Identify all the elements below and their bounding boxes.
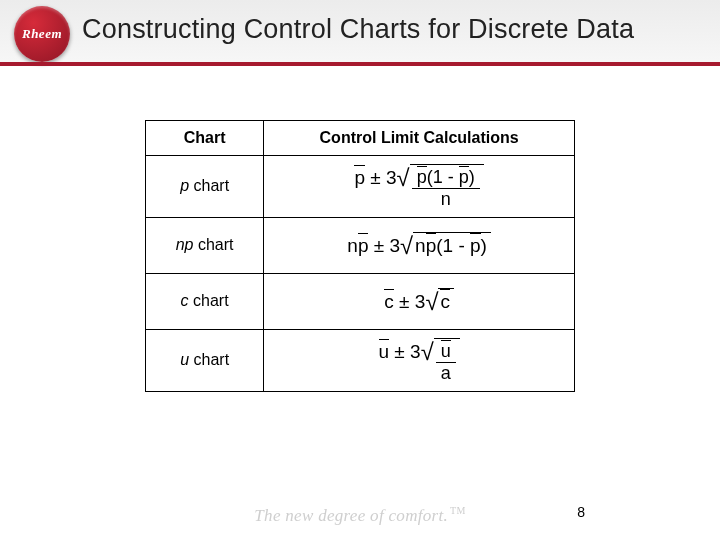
- tagline-text: The new degree of comfort.: [254, 506, 448, 525]
- text: (1 -: [436, 235, 470, 256]
- pbar: p: [354, 165, 365, 189]
- pbar: p: [470, 233, 481, 257]
- cbar: c: [384, 289, 394, 313]
- chart-name-plain: chart: [194, 236, 234, 253]
- pbar: p: [358, 233, 369, 257]
- chart-name-italic: np: [176, 236, 194, 253]
- pbar: p: [417, 166, 427, 187]
- fraction: ua: [436, 340, 456, 383]
- radicand: ua: [434, 338, 460, 383]
- fraction: p(1 - p)n: [412, 166, 480, 209]
- chart-name-np: np chart: [146, 217, 264, 273]
- sqrt: √c: [425, 288, 454, 314]
- plus-minus-3: ± 3: [389, 341, 421, 362]
- radicand: p(1 - p)n: [410, 164, 484, 209]
- chart-name-italic: u: [180, 351, 189, 368]
- chart-name-plain: chart: [189, 292, 229, 309]
- cbar: c: [440, 289, 450, 313]
- sqrt: √np(1 - p): [400, 232, 491, 258]
- denominator: n: [441, 189, 451, 209]
- brand-logo: Rheem: [14, 6, 70, 62]
- text: ): [469, 167, 475, 187]
- content-area: Chart Control Limit Calculations p chart…: [0, 120, 720, 392]
- table-row: p chart p ± 3√p(1 - p)n: [146, 156, 575, 218]
- sqrt: √p(1 - p)n: [397, 164, 484, 209]
- col-header-chart: Chart: [146, 121, 264, 156]
- radicand: c: [438, 288, 454, 314]
- formula-u-chart: u ± 3√ua: [264, 329, 575, 391]
- radicand: np(1 - p): [413, 232, 491, 258]
- page-number: 8: [577, 504, 585, 520]
- plus-minus-3: ± 3: [365, 167, 397, 188]
- formula-np-chart: np ± 3√np(1 - p): [264, 217, 575, 273]
- pbar: p: [426, 233, 437, 257]
- table-row: c chart c ± 3√c: [146, 273, 575, 329]
- header-bar: Rheem Constructing Control Charts for Di…: [0, 0, 720, 66]
- slide: Rheem Constructing Control Charts for Di…: [0, 0, 720, 540]
- brand-tagline: The new degree of comfort.TM: [0, 505, 720, 526]
- chart-name-c: c chart: [146, 273, 264, 329]
- denominator: a: [441, 363, 451, 383]
- ubar: u: [441, 340, 451, 361]
- radical-icon: √: [421, 340, 434, 385]
- pbar: p: [459, 166, 469, 187]
- numerator: p(1 - p): [412, 166, 480, 189]
- formula-c-chart: c ± 3√c: [264, 273, 575, 329]
- chart-name-p: p chart: [146, 156, 264, 218]
- table-header-row: Chart Control Limit Calculations: [146, 121, 575, 156]
- chart-name-u: u chart: [146, 329, 264, 391]
- control-chart-table: Chart Control Limit Calculations p chart…: [145, 120, 575, 392]
- col-header-calc: Control Limit Calculations: [264, 121, 575, 156]
- chart-name-italic: c: [181, 292, 189, 309]
- text-n: n: [415, 235, 426, 256]
- chart-name-italic: p: [180, 177, 189, 194]
- sqrt: √ua: [421, 338, 460, 383]
- plus-minus-3: ± 3: [394, 291, 426, 312]
- chart-name-plain: chart: [189, 351, 229, 368]
- ubar: u: [379, 339, 390, 363]
- text: ): [481, 235, 487, 256]
- numerator: u: [436, 340, 456, 363]
- radical-icon: √: [397, 166, 410, 211]
- radical-icon: √: [425, 290, 438, 316]
- radical-icon: √: [400, 234, 413, 260]
- plus-minus-3: ± 3: [368, 235, 400, 256]
- table-row: u chart u ± 3√ua: [146, 329, 575, 391]
- brand-logo-text: Rheem: [22, 26, 62, 42]
- table-row: np chart np ± 3√np(1 - p): [146, 217, 575, 273]
- formula-p-chart: p ± 3√p(1 - p)n: [264, 156, 575, 218]
- text-n: n: [347, 235, 358, 256]
- trademark-icon: TM: [450, 505, 466, 516]
- chart-name-plain: chart: [189, 177, 229, 194]
- slide-title: Constructing Control Charts for Discrete…: [82, 14, 708, 45]
- text: (1 -: [427, 167, 459, 187]
